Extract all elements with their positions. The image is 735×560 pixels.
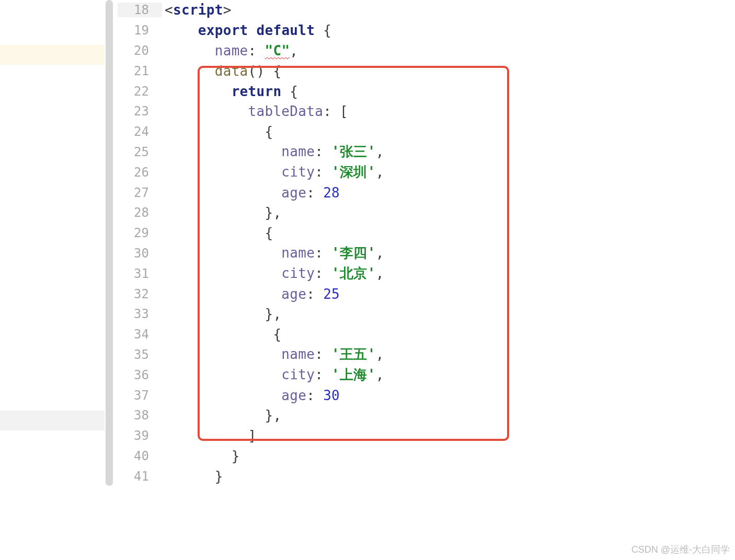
code-line: tableData: [ [165,103,348,119]
code-line: }, [165,407,281,423]
code-line: name: "C", [165,43,298,59]
line-number: 31 [118,266,162,281]
code-line: city: '北京', [165,264,384,283]
code-line: city: '上海', [165,366,384,384]
line-number: 27 [118,185,162,200]
line-number: 32 [118,287,162,301]
code-line: name: '王五', [165,345,384,364]
line-number-gutter: 18 19 20 21 22 23 24 25 26 27 28 29 30 3… [118,0,165,560]
diff-marker [0,411,105,430]
code-line: }, [165,306,281,322]
line-number: 23 [118,104,162,119]
code-line: } [165,469,223,484]
line-number: 37 [118,388,162,403]
line-number: 30 [118,246,162,261]
line-number: 39 [118,428,162,443]
code-line: } [165,448,240,464]
code-line: return { [165,84,298,99]
code-line: { [165,124,273,139]
line-number: 25 [118,145,162,159]
line-number: 35 [118,347,162,362]
line-number: 41 [118,469,162,484]
code-content[interactable]: <script> export default { name: "C", dat… [165,0,735,560]
line-number: 36 [118,368,162,382]
code-line: <script> [165,2,232,18]
line-number: 29 [118,226,162,240]
line-number: 24 [118,124,162,139]
line-number: 38 [118,408,162,423]
diff-modified-marker [0,45,105,65]
line-number: 40 [118,449,162,463]
line-number: 19 [118,23,162,38]
code-line: }, [165,205,281,220]
line-number: 21 [118,64,162,78]
code-line: export default { [165,22,331,38]
diff-margin [0,0,105,560]
code-line: { [165,225,273,241]
watermark-text: CSDN @运维-大白同学 [631,543,730,556]
line-number: 18 [118,3,162,17]
line-number: 28 [118,205,162,220]
scrollbar-thumb[interactable] [106,0,113,486]
code-line: age: 30 [165,388,340,403]
line-number: 20 [118,43,162,58]
code-editor: 18 19 20 21 22 23 24 25 26 27 28 29 30 3… [0,0,735,560]
code-line: data() { [165,63,281,79]
code-line: { [165,326,281,342]
code-line: name: '李四', [165,244,384,262]
code-line: city: '深圳', [165,163,384,181]
line-number: 34 [118,327,162,342]
code-line: ] [165,428,257,444]
code-line: age: 28 [165,185,340,201]
code-line: age: 25 [165,286,340,302]
line-number: 33 [118,307,162,321]
line-number: 26 [118,165,162,180]
code-line: name: '张三', [165,143,384,161]
line-number: 22 [118,84,162,99]
